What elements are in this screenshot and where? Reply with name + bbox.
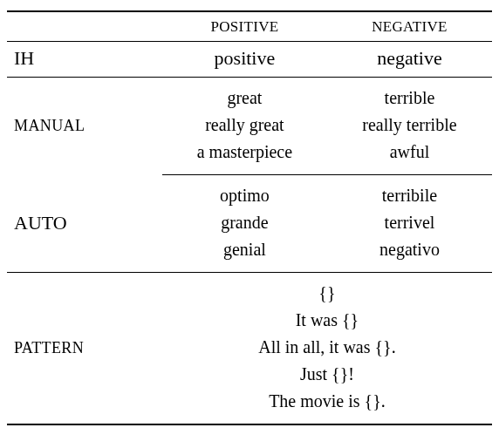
pattern-item-0: {} <box>162 280 492 307</box>
row-auto-label: AUTO <box>14 212 67 234</box>
row-manual-positive: great really great a masterpiece <box>162 78 327 175</box>
pattern-item-2: All in all, it was {}. <box>162 334 492 361</box>
row-auto: AUTO optimo grande genial terribile terr… <box>7 175 492 273</box>
row-auto-positive: optimo grande genial <box>162 175 327 273</box>
header-positive-label: POSITIVE <box>210 18 278 35</box>
auto-negative-2: negativo <box>327 236 492 263</box>
auto-negative-1: terrivel <box>327 209 492 236</box>
header-blank <box>7 11 162 42</box>
header-positive: POSITIVE <box>162 11 327 42</box>
row-auto-label-cell: AUTO <box>7 175 162 273</box>
manual-positive-1: really great <box>162 112 327 139</box>
auto-positive-1: grande <box>162 209 327 236</box>
row-manual-label-cell: MANUAL <box>7 78 162 175</box>
row-ih-negative: negative <box>327 42 492 78</box>
header-negative: NEGATIVE <box>327 11 492 42</box>
row-ih: IH positive negative <box>7 42 492 78</box>
auto-positive-0: optimo <box>162 182 327 209</box>
manual-negative-2: awful <box>327 139 492 166</box>
row-manual: MANUAL great really great a masterpiece … <box>7 78 492 175</box>
row-ih-label-cell: IH <box>7 42 162 78</box>
row-pattern: PATTERN {} It was {} All in all, it was … <box>7 273 492 425</box>
pattern-item-3: Just {}! <box>162 361 492 388</box>
row-pattern-label: PATTERN <box>14 339 84 356</box>
row-pattern-items: {} It was {} All in all, it was {}. Just… <box>162 273 492 425</box>
header-negative-label: NEGATIVE <box>372 18 447 35</box>
manual-negative-0: terrible <box>327 85 492 112</box>
auto-positive-2: genial <box>162 236 327 263</box>
row-ih-label: IH <box>14 47 34 69</box>
manual-negative-1: really terrible <box>327 112 492 139</box>
header-row: POSITIVE NEGATIVE <box>7 11 492 42</box>
pattern-item-4: The movie is {}. <box>162 388 492 415</box>
manual-positive-0: great <box>162 85 327 112</box>
row-pattern-label-cell: PATTERN <box>7 273 162 425</box>
row-manual-negative: terrible really terrible awful <box>327 78 492 175</box>
auto-negative-0: terribile <box>327 182 492 209</box>
pattern-item-1: It was {} <box>162 307 492 334</box>
row-manual-label: MANUAL <box>14 117 85 134</box>
row-auto-negative: terribile terrivel negativo <box>327 175 492 273</box>
manual-positive-2: a masterpiece <box>162 139 327 166</box>
comparison-table: POSITIVE NEGATIVE IH positive negative M… <box>7 10 492 425</box>
row-ih-positive: positive <box>162 42 327 78</box>
